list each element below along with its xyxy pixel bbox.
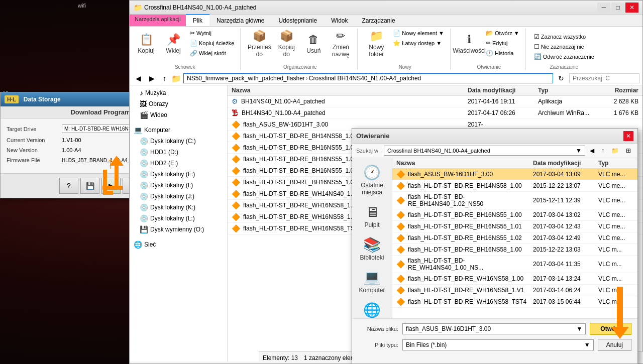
search-input[interactable] bbox=[569, 73, 639, 83]
dialog-col-date[interactable]: Data modyfikacji bbox=[533, 160, 598, 167]
table-row[interactable]: ⚙ BH14NS40_N1.00-A4_patched 2017-04-16 1… bbox=[228, 96, 642, 107]
btn-nowy-element[interactable]: 📄 Nowy element ▼ bbox=[391, 29, 446, 38]
btn-wklej[interactable]: 📌 Wklej bbox=[161, 29, 186, 59]
btn-kopiuj-sciezke[interactable]: 📄 Kopiuj ścieżkę bbox=[188, 39, 236, 48]
refresh-btn[interactable]: ↻ bbox=[555, 73, 567, 83]
btn-zmien-nazwe[interactable]: ✏ Zmień nazwę bbox=[328, 29, 353, 59]
dialog-table-row[interactable]: 🔶 flash_HL-DT-ST_BD-RE_BH16NS55_1.01 201… bbox=[392, 221, 637, 232]
btn-usun[interactable]: 🗑 Usuń bbox=[301, 29, 326, 59]
tab-udostepnianie[interactable]: Udostępnianie bbox=[271, 15, 324, 26]
dialog-back-btn[interactable]: ◀ bbox=[587, 146, 597, 155]
back-btn[interactable]: ◀ bbox=[133, 73, 144, 83]
images-icon: 🖼 bbox=[140, 100, 147, 108]
dialog-table-row[interactable]: 🔶 flash_HL-DT-ST_BD-RE_BH16NS55_1.02 201… bbox=[392, 232, 637, 244]
nav-item-l[interactable]: 💿 Dysk lokalny (L:) bbox=[130, 213, 227, 224]
app-tools-tab[interactable]: Narzędzia aplikacji bbox=[130, 15, 186, 26]
dialog-file-vlc-icon: 🔶 bbox=[396, 260, 405, 268]
btn-przenies[interactable]: 📦 Przenieś do bbox=[247, 29, 272, 59]
col-date[interactable]: Data modyfikacji bbox=[468, 87, 538, 94]
btn-zaznacz-wszystko[interactable]: ☑ Zaznacz wszystko bbox=[532, 32, 596, 41]
ribbon-open-group: 📂 Otwórz ▼ ✏ Edytuj 🕐 Historia bbox=[484, 29, 521, 58]
dialog-table-row[interactable]: 🔶 flash_HL-DT-ST_BD-RE_WH14NS40_1.00_NS.… bbox=[392, 256, 637, 273]
nav-item-obrazy[interactable]: 🖼 Obrazy bbox=[130, 98, 227, 109]
dialog-file-date: 2017-03-04 12:43 bbox=[533, 223, 598, 230]
explorer-minimize-btn[interactable]: ─ bbox=[597, 3, 610, 13]
dialog-table-row[interactable]: 🔶 flash_ASUS_BW-16D1HT_3.00 2017-03-04 1… bbox=[392, 169, 637, 180]
nav-item-j[interactable]: 💿 Dysk lokalny (J:) bbox=[130, 191, 227, 202]
filename-input[interactable]: flash_ASUS_BW-16D1HT_3.00 ▼ bbox=[402, 323, 586, 334]
sidebar-libraries[interactable]: 📚 Biblioteki bbox=[354, 234, 390, 263]
nav-item-komputer[interactable]: 💻 Komputer bbox=[130, 125, 227, 136]
btn-kopiuj-do[interactable]: 📦 Kopiuj do bbox=[274, 29, 299, 59]
btn-wlasciwosci[interactable]: ℹ Właściwości bbox=[457, 29, 482, 59]
tab-narzedzia[interactable]: Narzędzia główne bbox=[209, 15, 271, 26]
explorer-close-btn[interactable]: ✕ bbox=[625, 3, 638, 13]
btn-latwy-dostep[interactable]: ⭐ Łatwy dostęp ▼ bbox=[391, 39, 446, 48]
nav-item-d[interactable]: 💿 HDD1 (D:) bbox=[130, 147, 227, 158]
col-size[interactable]: Rozmiar bbox=[598, 87, 638, 94]
help-button[interactable]: ? bbox=[59, 178, 78, 194]
nav-item-muzyka[interactable]: ♪ Muzyka bbox=[130, 87, 227, 98]
forward-btn[interactable]: ▶ bbox=[146, 73, 158, 83]
dialog-table-row[interactable]: 🔶 flash_HL-DT-ST_BD-RE_WH16NS58_TST4 201… bbox=[392, 296, 637, 308]
dialog-file-pane: Nazwa Data modyfikacji Typ 🔶 flash_ASUS_… bbox=[392, 158, 637, 323]
btn-wytnij[interactable]: ✂ Wytnij bbox=[188, 29, 236, 38]
nav-item-c[interactable]: 💿 Dysk lokalny (C:) bbox=[130, 136, 227, 147]
table-row[interactable]: 🗜 BH14NS40_N1.00-A4_patched 2017-04-17 0… bbox=[228, 107, 642, 119]
dialog-location-box[interactable]: Crossfinal BH14NS40_N1.00-A4_patched ▼ bbox=[384, 146, 585, 156]
file-name: flash_ASUS_BW-16D1HT_3.00 bbox=[243, 121, 468, 128]
btn-odwroc[interactable]: 🔄 Odwróć zaznaczenie bbox=[532, 52, 596, 61]
up-btn[interactable]: ↑ bbox=[160, 73, 169, 83]
filetype-select[interactable]: Bin Files (*.bin) ▼ bbox=[402, 339, 594, 350]
dialog-table-row[interactable]: 🔶 flash_HL-DT-ST_BD-RE_WH16NS58_1.V1 201… bbox=[392, 285, 637, 296]
dialog-file-name: flash_ASUS_BW-16D1HT_3.00 bbox=[408, 171, 533, 178]
dialog-table-row[interactable]: 🔶 flash_HL-DT-ST_BD-RE_BH16NS55_1.00 201… bbox=[392, 209, 637, 221]
nav-item-e[interactable]: 💿 HDD2 (E:) bbox=[130, 158, 227, 169]
dialog-table-row[interactable]: 🔶 flash_HL-DT-ST_BD-RE_BH14NS58_1.00 201… bbox=[392, 180, 637, 192]
dialog-file-type: VLC me... bbox=[598, 223, 633, 230]
disk-o-icon: 💾 bbox=[140, 225, 148, 233]
tab-zarzadzanie[interactable]: Zarządzanie bbox=[355, 15, 402, 26]
btn-edytuj[interactable]: ✏ Edytuj bbox=[484, 39, 521, 48]
file-vlc-icon: 🔶 bbox=[232, 213, 240, 221]
arrow-head bbox=[611, 327, 629, 339]
nav-pane: ♪ Muzyka 🖼 Obrazy 🎬 Wideo 💻 Komputer 💿 D… bbox=[130, 85, 228, 361]
nav-item-wideo[interactable]: 🎬 Wideo bbox=[130, 109, 227, 120]
nav-item-i[interactable]: 💿 Dysk lokalny (I:) bbox=[130, 180, 227, 191]
col-type[interactable]: Typ bbox=[538, 87, 598, 94]
btn-nowy-folder[interactable]: 📁 Nowy folder bbox=[364, 29, 389, 59]
btn-historia[interactable]: 🕐 Historia bbox=[484, 49, 521, 58]
sidebar-desktop[interactable]: 🖥 Pulpit bbox=[354, 202, 390, 230]
explorer-maximize-btn[interactable]: □ bbox=[611, 3, 624, 13]
dialog-col-name[interactable]: Nazwa bbox=[396, 160, 533, 167]
nav-item-o[interactable]: 💾 Dysk wymienny (O:) bbox=[130, 224, 227, 235]
nav-item-siec[interactable]: 🌐 Sieć bbox=[130, 239, 227, 250]
dialog-close-btn[interactable]: ✕ bbox=[623, 131, 633, 141]
dialog-file-vlc-icon: 🔶 bbox=[396, 275, 405, 283]
dialog-cancel-btn[interactable]: Anuluj bbox=[598, 339, 631, 351]
dialog-table-row[interactable]: 🔶 flash_HL-DT-ST_BD-RE_WH16NS58_1.00 201… bbox=[392, 273, 637, 285]
dialog-table-row[interactable]: 🔶 flash_HL-DT-ST_BD-RE_BH14NS40_1.02_NS5… bbox=[392, 192, 637, 209]
btn-kopiuj[interactable]: 📋 Kopiuj bbox=[134, 29, 159, 59]
btn-nie-zaznaczaj[interactable]: ☐ Nie zaznaczaj nic bbox=[532, 42, 596, 51]
sidebar-computer[interactable]: 💻 Komputer bbox=[354, 267, 390, 296]
dialog-view-btn[interactable]: ⊞ bbox=[623, 146, 633, 155]
save-button[interactable]: 💾 bbox=[80, 178, 99, 194]
file-vlc-icon: 🔶 bbox=[232, 132, 240, 140]
dialog-col-type[interactable]: Typ bbox=[598, 160, 633, 167]
tab-widok[interactable]: Widok bbox=[324, 15, 355, 26]
btn-wklej-skrot[interactable]: 🔗 Wklej skrót bbox=[188, 49, 236, 58]
folder-nav-icon: 📁 bbox=[171, 74, 181, 83]
tab-plik[interactable]: Plik bbox=[186, 14, 209, 26]
address-path[interactable]: NS50_firmware_pack_with_patched_flasher … bbox=[183, 73, 553, 83]
dialog-up-btn[interactable]: ↑ bbox=[599, 146, 607, 155]
dialog-new-folder-btn[interactable]: 📁 bbox=[609, 146, 621, 155]
col-nazwa[interactable]: Nazwa bbox=[232, 87, 468, 94]
dialog-table-row[interactable]: 🔶 flash_HL-DT-ST_BD-RE_BH16NS58_1.00 201… bbox=[392, 244, 637, 256]
btn-otworz[interactable]: 📂 Otwórz ▼ bbox=[484, 29, 521, 38]
explorer-title-bar: 📁 Crossfinal BH14NS40_N1.00-A4_patched ─… bbox=[130, 1, 642, 15]
sidebar-recent[interactable]: 🕐 Ostatnie miejsca bbox=[354, 162, 390, 198]
nav-item-k[interactable]: 💿 Dysk lokalny (K:) bbox=[130, 202, 227, 213]
nav-item-f[interactable]: 💿 Dysk lokalny (F:) bbox=[130, 169, 227, 180]
arrow-shaft bbox=[617, 287, 623, 327]
